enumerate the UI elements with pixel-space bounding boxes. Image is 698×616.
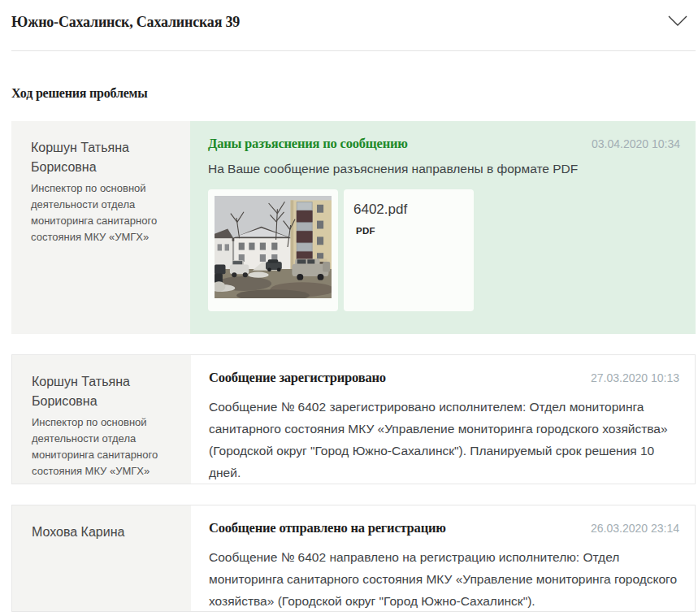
message-panel: Сообщение зарегистрировано 27.03.2020 10… — [191, 355, 695, 484]
author-name: Коршун Татьяна Борисовна — [32, 372, 176, 411]
message-body: Сообщение № 6402 направлено на регистрац… — [209, 546, 679, 612]
timeline-card: Коршун Татьяна Борисовна Инспектор по ос… — [11, 354, 696, 484]
timestamp: 03.04.2020 10:34 — [580, 137, 680, 150]
author-name: Мохова Карина — [32, 523, 176, 542]
timeline-card: Мохова Карина Сообщение отправлено на ре… — [11, 505, 696, 612]
problem-progress-page: Южно-Сахалинск, Сахалинская 39 Ход решен… — [0, 0, 698, 616]
author-role: Инспектор по основной деятельности отдел… — [32, 414, 176, 479]
message-body: На Ваше сообщение разъяснения направлены… — [208, 161, 680, 177]
photo-attachment[interactable] — [208, 189, 338, 311]
section-title: Ход решения проблемы — [11, 85, 698, 102]
header-divider — [11, 50, 696, 51]
author-panel: Коршун Татьяна Борисовна Инспектор по ос… — [11, 121, 190, 334]
author-panel: Мохова Карина — [12, 505, 191, 611]
file-name: 6402.pdf — [353, 201, 464, 219]
message-title: Сообщение зарегистрировано — [209, 370, 386, 386]
address-header: Южно-Сахалинск, Сахалинская 39 — [11, 13, 696, 31]
timeline: Коршун Татьяна Борисовна Инспектор по ос… — [11, 121, 696, 612]
pdf-attachment[interactable]: 6402.pdf PDF — [344, 189, 474, 311]
author-name: Коршун Татьяна Борисовна — [31, 138, 176, 177]
timestamp: 27.03.2020 10:13 — [579, 371, 679, 384]
timestamp: 26.03.2020 23:14 — [579, 522, 679, 535]
address-title: Южно-Сахалинск, Сахалинская 39 — [11, 13, 240, 31]
attachments: 6402.pdf PDF — [208, 189, 680, 311]
author-panel: Коршун Татьяна Борисовна Инспектор по ос… — [12, 355, 191, 484]
chevron-down-icon — [668, 17, 687, 29]
message-title: Сообщение отправлено на регистрацию — [209, 520, 446, 536]
collapse-toggle-button[interactable] — [663, 13, 692, 31]
message-panel: Сообщение отправлено на регистрацию 26.0… — [191, 505, 695, 611]
courtyard-photo — [215, 196, 332, 298]
message-body: Сообщение № 6402 зарегистрировано исполн… — [209, 396, 679, 484]
message-panel: Даны разъяснения по сообщению 03.04.2020… — [190, 121, 696, 334]
timeline-card: Коршун Татьяна Борисовна Инспектор по ос… — [11, 121, 696, 334]
file-type-badge: PDF — [356, 226, 464, 236]
author-role: Инспектор по основной деятельности отдел… — [31, 180, 176, 245]
message-title: Даны разъяснения по сообщению — [208, 136, 408, 152]
